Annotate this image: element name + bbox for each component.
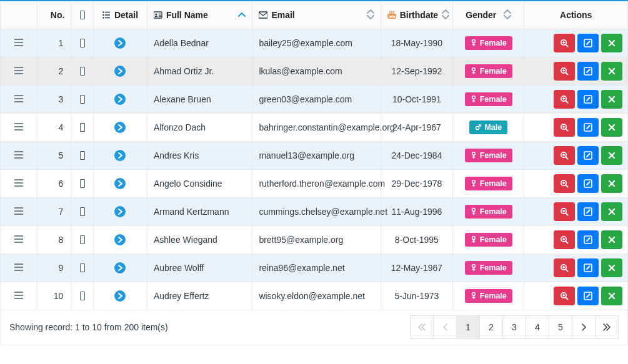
delete-button[interactable] [601, 34, 622, 52]
table-row: 6Angelo Considinerutherford.theron@examp… [1, 169, 628, 197]
view-button[interactable] [554, 174, 575, 193]
female-icon [471, 67, 477, 74]
col-drag-header [1, 1, 37, 29]
view-button[interactable] [554, 62, 575, 81]
row-checkbox[interactable] [80, 39, 85, 47]
female-icon [471, 236, 477, 243]
col-detail-header[interactable]: Detail [94, 1, 147, 29]
edit-button[interactable] [577, 258, 599, 277]
edit-button[interactable] [577, 118, 599, 137]
pager-next[interactable] [572, 315, 596, 339]
view-button[interactable] [554, 118, 575, 137]
female-icon [471, 264, 477, 271]
edit-button[interactable] [577, 230, 599, 249]
edit-button[interactable] [577, 90, 599, 109]
edit-button[interactable] [577, 287, 599, 305]
row-checkbox[interactable] [80, 67, 85, 76]
pager-page[interactable]: 5 [549, 315, 572, 339]
drag-handle-icon[interactable] [14, 122, 23, 132]
row-checkbox[interactable] [80, 292, 85, 300]
cake-icon [387, 11, 396, 19]
cell-full-name: Angelo Considine [154, 179, 222, 189]
col-email-header[interactable]: Email [252, 1, 381, 29]
row-checkbox[interactable] [80, 123, 85, 132]
edit-button[interactable] [577, 34, 599, 52]
expand-detail-button[interactable] [114, 290, 126, 302]
edit-button[interactable] [577, 174, 599, 193]
delete-button[interactable] [601, 90, 622, 109]
view-button[interactable] [554, 230, 575, 249]
edit-button[interactable] [577, 202, 599, 221]
expand-detail-button[interactable] [114, 122, 126, 133]
cell-birthdate: 10-Oct-1991 [392, 94, 441, 104]
pager-page[interactable]: 2 [479, 315, 503, 339]
expand-detail-button[interactable] [114, 178, 126, 189]
drag-handle-icon[interactable] [14, 150, 23, 160]
col-actions-header: Actions [524, 1, 628, 29]
table-row: 5Andres Krismanuel13@example.org24-Dec-1… [1, 141, 628, 169]
expand-detail-button[interactable] [114, 150, 126, 161]
pager-last[interactable] [595, 315, 619, 339]
col-birthdate-label: Birthdate [400, 10, 438, 20]
row-checkbox[interactable] [80, 263, 85, 272]
view-button[interactable] [554, 287, 575, 305]
row-checkbox[interactable] [80, 151, 85, 160]
row-checkbox[interactable] [80, 207, 85, 216]
delete-button[interactable] [601, 146, 622, 165]
delete-button[interactable] [601, 287, 622, 305]
delete-button[interactable] [601, 118, 622, 137]
view-button[interactable] [554, 90, 575, 109]
drag-handle-icon[interactable] [14, 94, 23, 104]
pagination-summary: Showing record: 1 to 10 from 200 item(s) [9, 322, 168, 332]
drag-handle-icon[interactable] [14, 207, 23, 217]
expand-detail-button[interactable] [114, 262, 126, 273]
drag-handle-icon[interactable] [14, 291, 23, 301]
gender-label: Female [480, 235, 507, 244]
row-number: 3 [37, 94, 71, 104]
check-all[interactable] [80, 11, 85, 19]
view-button[interactable] [554, 34, 575, 52]
expand-detail-button[interactable] [114, 66, 126, 77]
col-gender-header[interactable]: Gender [453, 1, 524, 29]
pager-page[interactable]: 3 [502, 315, 526, 339]
table-row: 1Adella Bednarbailey25@example.com18-May… [1, 29, 628, 57]
view-button[interactable] [554, 258, 575, 277]
gender-label: Female [480, 151, 507, 160]
pager-page[interactable]: 1 [456, 315, 480, 339]
delete-button[interactable] [601, 202, 622, 221]
delete-button[interactable] [601, 62, 622, 81]
delete-button[interactable] [601, 258, 622, 277]
cell-birthdate: 11-Aug-1996 [391, 207, 442, 217]
cell-full-name: Alfonzo Dach [154, 122, 206, 132]
view-button[interactable] [554, 146, 575, 165]
view-button[interactable] [554, 202, 575, 221]
expand-detail-button[interactable] [114, 37, 126, 49]
col-birthdate-header[interactable]: Birthdate [381, 1, 452, 29]
cell-email: bahringer.constantin@example.org [259, 122, 394, 132]
drag-handle-icon[interactable] [14, 263, 23, 273]
row-checkbox[interactable] [80, 95, 85, 104]
col-no-header[interactable]: No. [37, 1, 71, 29]
delete-button[interactable] [601, 230, 622, 249]
sort-indicator [504, 9, 511, 20]
expand-detail-button[interactable] [114, 234, 126, 245]
col-name-header[interactable]: Full Name [147, 1, 252, 29]
drag-handle-icon[interactable] [14, 179, 23, 189]
edit-button[interactable] [577, 62, 599, 81]
pager-page[interactable]: 4 [526, 315, 549, 339]
row-number: 4 [37, 122, 71, 132]
drag-handle-icon[interactable] [14, 38, 23, 48]
cell-birthdate: 29-Dec-1978 [391, 179, 442, 189]
cell-birthdate: 8-Oct-1995 [395, 235, 439, 245]
col-name-label: Full Name [166, 10, 208, 20]
edit-button[interactable] [577, 146, 599, 165]
expand-detail-button[interactable] [114, 94, 126, 105]
drag-handle-icon[interactable] [14, 235, 23, 245]
row-checkbox[interactable] [80, 235, 85, 244]
delete-button[interactable] [601, 174, 622, 193]
row-checkbox[interactable] [80, 179, 85, 188]
pagination: 12345 [411, 315, 619, 339]
expand-detail-button[interactable] [114, 206, 126, 217]
female-icon [471, 208, 477, 215]
drag-handle-icon[interactable] [14, 66, 23, 76]
